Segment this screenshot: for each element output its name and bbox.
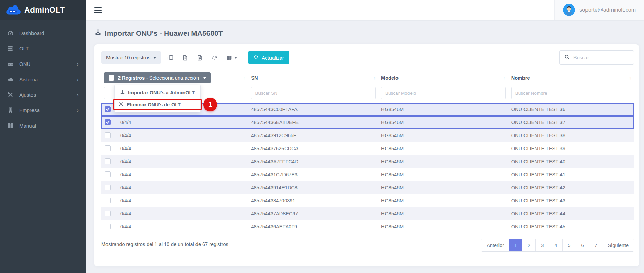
settings-tools-icon (7, 91, 14, 98)
row-checkbox[interactable] (105, 132, 111, 138)
row-checkbox[interactable] (105, 211, 111, 216)
page-length-select[interactable]: Mostrar 10 registros (101, 51, 161, 64)
table-row[interactable]: 0/4/4 48575443A7FFFC4D HG8546M ONU CLIEN… (101, 155, 634, 168)
select-all-checkbox[interactable] (109, 75, 114, 81)
manual-book-icon (7, 122, 14, 129)
table-row[interactable]: 0/4/4 48575443912C966F HG8546M ONU CLIEN… (101, 129, 634, 142)
company-building-icon (7, 107, 14, 114)
row-model: HG8546M (378, 172, 508, 177)
table-row[interactable]: 0/4/4 485754436EA1DEFE HG8546M ONU CLIEN… (101, 116, 634, 129)
bulk-action-dropdown-button[interactable]: 2 Registros - Selecciona una acción (104, 72, 211, 83)
sort-icon: ↑↓ (243, 76, 245, 80)
table-header-action: 2 Registros - Selecciona una acción ↑↓ (101, 70, 248, 85)
chevron-right-icon: › (77, 61, 79, 67)
sidebar-item-dashboard[interactable]: Dashboard (0, 25, 86, 41)
sidebar-item-sistema[interactable]: Sistema › (0, 72, 86, 87)
records-summary: Mostrando registros del 1 al 10 de un to… (101, 239, 228, 247)
copy-icon (167, 55, 173, 61)
row-name: ONU CLIENTE TEST 40 (508, 159, 634, 164)
sidebar-nav: Dashboard OLT ONU › Sistema › Ajustes › … (0, 20, 86, 139)
sort-icon: ↑↓ (373, 76, 376, 80)
row-sn: 485754436AEFA0F9 (248, 224, 378, 229)
excel-export-button[interactable] (179, 53, 191, 63)
excel-export-icon (182, 55, 188, 61)
pagination-prev-button[interactable]: Anterior (481, 239, 509, 251)
row-sn: 485754436EA1DEFE (248, 120, 378, 125)
refresh-icon (253, 55, 258, 61)
pagination-page-5[interactable]: 5 (562, 239, 576, 251)
table-header-sn[interactable]: SN↑↓ (248, 73, 378, 83)
system-cloud-icon (7, 76, 14, 83)
row-checkbox[interactable] (105, 198, 111, 203)
row-checkbox[interactable] (105, 185, 111, 190)
user-menu[interactable]: soporte@adminolt.com (554, 0, 644, 20)
table-row[interactable]: 0/4/4 4857544384700391 HG8546M ONU CLIEN… (101, 194, 634, 207)
pagination-next-button[interactable]: Siguiente (603, 239, 634, 251)
pagination-page-6[interactable]: 6 (576, 239, 589, 251)
pagination-page-4[interactable]: 4 (549, 239, 562, 251)
row-checkbox[interactable] (105, 171, 111, 177)
hamburger-menu-icon[interactable] (86, 2, 111, 18)
menu-item-importar-onus[interactable]: Importar ONU's a AdminOLT (115, 87, 200, 98)
row-name: ONU CLIENTE TEST 36 (508, 107, 634, 112)
x-delete-icon (118, 102, 124, 108)
refresh-button[interactable] (209, 53, 220, 63)
row-port: 0/4/4 (120, 120, 131, 125)
row-checkbox[interactable] (105, 224, 111, 229)
row-sn: 485754437AD8EC97 (248, 211, 378, 216)
content-area: Importar ONU's - Huawei MA5680T Mostrar … (86, 20, 644, 273)
bulk-action-menu: Importar ONU's a AdminOLT Eliminar ONU's… (114, 85, 201, 112)
pagination-page-7[interactable]: 7 (589, 239, 602, 251)
row-name: ONU CLIENTE TEST 44 (508, 211, 634, 216)
row-name: ONU CLIENTE TEST 42 (508, 185, 634, 190)
download-icon (120, 90, 125, 96)
row-checkbox[interactable] (105, 158, 111, 164)
row-model: HG8546M (378, 185, 508, 190)
onu-table: 2 Registros - Selecciona una acción ↑↓ (101, 70, 634, 233)
pagination-page-3[interactable]: 3 (535, 239, 549, 251)
table-row[interactable]: 0/4/4 485754437AD8EC97 HG8546M ONU CLIEN… (101, 207, 634, 220)
pagination: Anterior 1234567 Siguiente (481, 239, 634, 252)
table-header-modelo[interactable]: Modelo↑↓ (378, 73, 508, 83)
row-model: HG8546M (378, 224, 508, 229)
table-header-row: 2 Registros - Selecciona una acción ↑↓ (101, 70, 634, 85)
filter-input-nombre[interactable] (511, 87, 631, 99)
row-port: 0/4/4 (120, 172, 131, 177)
actualizar-button[interactable]: Actualizar (248, 51, 289, 64)
refresh-icon (212, 55, 217, 61)
sidebar-item-ajustes[interactable]: Ajustes › (0, 87, 86, 103)
row-name: ONU CLIENTE TEST 43 (508, 198, 634, 203)
file-export-button[interactable] (194, 53, 206, 63)
chevron-right-icon: › (77, 107, 79, 113)
row-checkbox[interactable] (105, 145, 111, 151)
row-model: HG8546M (378, 159, 508, 164)
copy-button[interactable] (164, 53, 176, 63)
row-model: HG8546M (378, 120, 508, 125)
filter-input-sn[interactable] (251, 87, 376, 99)
pagination-page-1[interactable]: 1 (509, 239, 522, 251)
sidebar-item-onu[interactable]: ONU › (0, 56, 86, 72)
brand[interactable]: AdminOLT (0, 0, 86, 20)
menu-item-eliminar-onus[interactable]: Eliminar ONU's de OLT 1 (113, 99, 202, 110)
sidebar-item-empresa[interactable]: Empresa › (0, 103, 86, 118)
row-port: 0/4/4 (120, 185, 131, 190)
pagination-page-2[interactable]: 2 (522, 239, 535, 251)
row-model: HG8546M (378, 198, 508, 203)
user-email: soporte@adminolt.com (579, 7, 636, 13)
table-row[interactable]: 0/4/4 485754436AEFA0F9 HG8546M ONU CLIEN… (101, 220, 634, 233)
row-model: HG8546M (378, 107, 508, 112)
sort-icon: ↑↓ (629, 76, 631, 80)
olt-server-icon (7, 45, 14, 52)
search-input[interactable] (573, 55, 629, 60)
filter-input-modelo[interactable] (381, 87, 506, 99)
chevron-right-icon: › (77, 92, 79, 98)
columns-visibility-button[interactable] (223, 53, 240, 63)
sidebar-item-manual[interactable]: Manual (0, 118, 86, 133)
table-row[interactable]: 0/4/4 485754431C7D67E3 HG8546M ONU CLIEN… (101, 168, 634, 181)
table-row[interactable]: 0/4/4 485754437626CDCA HG8546M ONU CLIEN… (101, 142, 634, 155)
table-header-nombre[interactable]: Nombre↑↓ (508, 73, 634, 83)
row-checkbox[interactable] (105, 119, 111, 125)
row-checkbox[interactable] (105, 106, 111, 112)
sidebar-item-olt[interactable]: OLT (0, 41, 86, 56)
table-row[interactable]: 0/4/4 48575443914E1DC8 HG8546M ONU CLIEN… (101, 181, 634, 194)
